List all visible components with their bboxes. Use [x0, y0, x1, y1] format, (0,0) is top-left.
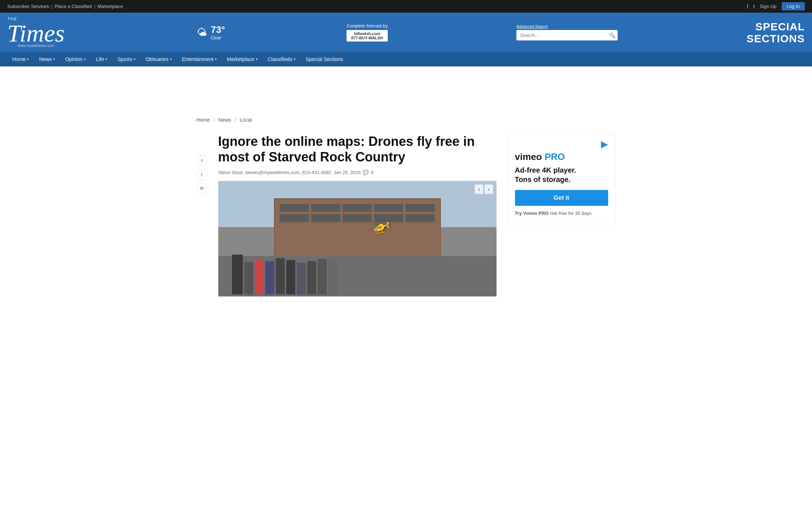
breadcrumb-news[interactable]: News [219, 117, 231, 123]
forecast-site: billwalsh.com [350, 31, 384, 36]
nav-item-marketplace[interactable]: Marketplace ▾ [222, 52, 263, 66]
nav-item-opinion[interactable]: Opinion ▾ [60, 52, 91, 66]
advanced-search-link[interactable]: Advanced Search [516, 24, 618, 29]
nav-opinion-arrow: ▾ [84, 57, 86, 61]
subscriber-services-link[interactable]: Subscriber Services [7, 4, 49, 9]
image-next-button[interactable]: › [485, 185, 493, 194]
nav-life-arrow: ▾ [106, 57, 107, 61]
weather-description: Clear [211, 35, 225, 40]
nav-item-obituaries[interactable]: Obituaries ▾ [141, 52, 177, 66]
get-it-button[interactable]: Get it [515, 190, 608, 206]
article-meta: Steve Stout, steves@mywebtimes.com, 815-… [218, 170, 497, 175]
nav-marketplace-arrow: ▾ [256, 57, 258, 61]
forecast-image: billwalsh.com 877-BUY-WALSH [347, 30, 387, 42]
nav-home-label: Home [12, 56, 26, 62]
login-button[interactable]: Log In [782, 2, 805, 10]
nav-opinion-label: Opinion [65, 56, 82, 62]
forecast-phone: 877-BUY-WALSH [350, 36, 384, 40]
nav-special-sections-label: Special Sections [306, 56, 343, 62]
image-prev-button[interactable]: ‹ [475, 185, 483, 194]
building-bg [274, 198, 441, 262]
ad-footer-bold: Try Vimeo PRO [515, 211, 549, 216]
article-layout: f t ✉ Ignore the online maps: Drones fly… [197, 134, 616, 296]
header: THE Times www.mywebtimes.com 🌤 73° Clear… [0, 13, 812, 52]
image-nav-arrows: ‹ › [475, 185, 493, 194]
nav-sports-arrow: ▾ [134, 57, 136, 61]
article-date: Jan 25, 2016 [334, 170, 361, 175]
nav-item-special-sections[interactable]: Special Sections [301, 52, 348, 66]
search-button[interactable]: 🔍 [609, 32, 615, 38]
vimeo-wordmark: vimeo [515, 151, 542, 162]
nav-classifieds-label: Classifieds [268, 56, 292, 62]
logo-area: THE Times www.mywebtimes.com [7, 17, 65, 48]
nav-life-label: Life [96, 56, 104, 62]
breadcrumb-local: Local [240, 117, 252, 123]
top-bar-right: f t Sign Up Log In [747, 2, 805, 10]
forecast-label: Complete forecast by [347, 23, 387, 29]
signup-link[interactable]: Sign Up [760, 4, 777, 9]
nav-entertainment-label: Entertainment [182, 56, 214, 62]
comment-icon: 💬 [363, 170, 369, 175]
nav-classifieds-arrow: ▾ [294, 57, 296, 61]
weather-icon: 🌤 [197, 26, 207, 38]
vimeo-pro-badge: PRO [545, 151, 565, 162]
twitter-topbar-icon[interactable]: t [753, 4, 755, 9]
ad-banner [0, 66, 812, 110]
place-classified-link[interactable]: Place a Classified [55, 4, 92, 9]
article-comment-count: 0 [371, 170, 373, 175]
main-nav: Home ▾ News ▾ Opinion ▾ Life ▾ Sports ▾ … [0, 52, 812, 66]
special-sections-line2: SECTIONS [747, 32, 805, 44]
weather-temperature: 73° [211, 24, 225, 35]
forecast-area: Complete forecast by billwalsh.com 877-B… [347, 23, 387, 42]
vimeo-logo: vimeo PRO [515, 151, 608, 162]
social-share: f t ✉ [197, 134, 207, 296]
separator-2: | [94, 4, 95, 9]
nav-item-entertainment[interactable]: Entertainment ▾ [177, 52, 222, 66]
nav-home-arrow: ▾ [27, 57, 29, 61]
nav-obituaries-label: Obituaries [146, 56, 169, 62]
ad-footer: Try Vimeo PRO risk-free for 30 days [515, 210, 608, 217]
content-wrapper: Home / News / Local f t ✉ Ignore the onl… [189, 110, 623, 304]
special-sections-line1: SPECIAL [747, 21, 805, 32]
nav-news-label: News [39, 56, 52, 62]
nav-item-home[interactable]: Home ▾ [7, 52, 34, 66]
nav-item-life[interactable]: Life ▾ [91, 52, 113, 66]
breadcrumb-sep-2: / [235, 117, 236, 123]
nav-item-sports[interactable]: Sports ▾ [112, 52, 140, 66]
article-image: 🚁 ‹ › [218, 181, 497, 296]
top-bar: Subscriber Services | Place a Classified… [0, 0, 812, 13]
weather-area: 🌤 73° Clear [197, 24, 225, 40]
ad-tag-icon [601, 141, 608, 148]
nav-entertainment-arrow: ▾ [215, 57, 217, 61]
ad-tagline: Ad-free 4K player. Tons of storage. [515, 165, 608, 184]
logo: THE Times www.mywebtimes.com [7, 17, 65, 48]
drone-image: 🚁 [370, 214, 391, 235]
top-bar-left: Subscriber Services | Place a Classified… [7, 4, 123, 9]
article-sidebar: vimeo PRO Ad-free 4K player. Tons of sto… [507, 134, 616, 296]
share-facebook-button[interactable]: f [197, 155, 207, 166]
ad-tagline-line2: Tons of storage. [515, 175, 608, 184]
nav-sports-label: Sports [117, 56, 132, 62]
ad-tagline-line1: Ad-free 4K player. [515, 165, 608, 175]
ad-tag [515, 141, 608, 148]
search-input[interactable] [516, 30, 618, 40]
separator-1: | [51, 4, 52, 9]
search-input-wrap: 🔍 [516, 30, 618, 40]
breadcrumb: Home / News / Local [197, 117, 616, 123]
special-sections-header: SPECIAL SECTIONS [747, 21, 805, 44]
search-area: Advanced Search 🔍 [516, 24, 618, 40]
facebook-topbar-icon[interactable]: f [747, 4, 748, 9]
breadcrumb-home[interactable]: Home [197, 117, 210, 123]
ad-footer-normal: risk-free for 30 days [550, 211, 592, 216]
nav-obituaries-arrow: ▾ [170, 57, 172, 61]
breadcrumb-sep-1: / [214, 117, 215, 123]
nav-item-classifieds[interactable]: Classifieds ▾ [263, 52, 301, 66]
article-scene: 🚁 [218, 181, 497, 296]
article-author: Steve Stout, steves@mywebtimes.com, 815-… [218, 170, 332, 175]
nav-item-news[interactable]: News ▾ [34, 52, 60, 66]
ad-box: vimeo PRO Ad-free 4K player. Tons of sto… [507, 134, 616, 224]
nav-news-arrow: ▾ [53, 57, 55, 61]
marketplace-link[interactable]: Marketplace [98, 4, 123, 9]
share-twitter-button[interactable]: t [197, 169, 207, 180]
share-email-button[interactable]: ✉ [197, 183, 207, 194]
